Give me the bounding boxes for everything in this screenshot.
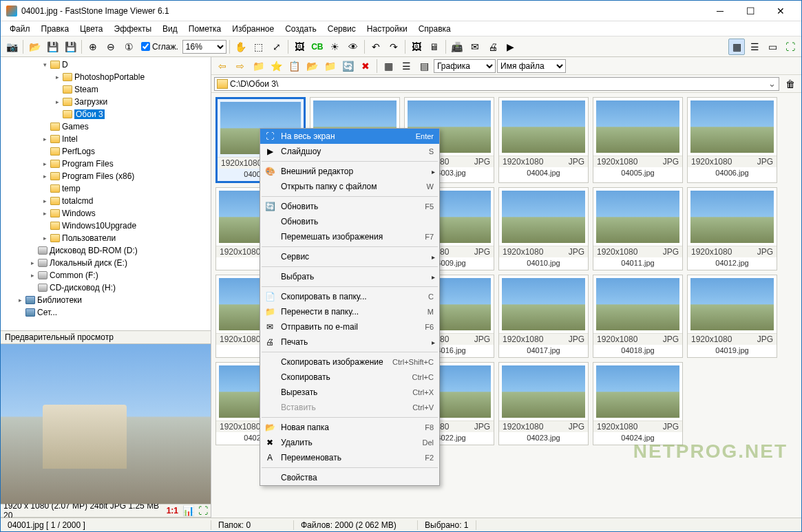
view-details-icon[interactable]: ☰ [746, 39, 763, 55]
tree-item[interactable]: Дисковод BD-ROM (D:) [2, 244, 209, 257]
email-icon[interactable]: ✉ [467, 39, 483, 55]
tree-item[interactable]: ▸Библиотеки [2, 294, 209, 306]
ctx-item[interactable]: Выбрать [260, 269, 439, 284]
ctx-item[interactable]: 📄Скопировать в папку...C [260, 289, 439, 304]
refresh-icon[interactable]: 🔄 [339, 58, 356, 74]
thumbnail[interactable]: 1920x1080JPG04018.jpg [593, 275, 683, 358]
ctx-item[interactable]: Открыть папку с файломW [260, 179, 439, 194]
ctx-item[interactable]: AПереименоватьF2 [260, 450, 439, 465]
ctx-item[interactable]: ▶СлайдшоуS [260, 144, 439, 159]
ctx-item[interactable]: 🔄ОбновитьF5 [260, 199, 439, 214]
tree-item[interactable]: ▸Пользователи [2, 232, 209, 244]
zoom-select[interactable]: 16% [182, 40, 226, 54]
view-thumbnails-icon[interactable]: ▦ [728, 39, 745, 55]
ctx-item[interactable]: Перемешать изображенияF7 [260, 229, 439, 244]
tree-item[interactable]: ▸Windows [2, 207, 209, 220]
ctx-item[interactable]: ✖УдалитьDel [260, 435, 439, 450]
histogram-icon[interactable]: 📊 [182, 506, 194, 515]
hand-icon[interactable]: ✋ [233, 39, 249, 55]
nav-forward-icon[interactable]: ⇨ [232, 58, 249, 74]
tree-item[interactable]: ▸Program Files (x86) [2, 170, 209, 182]
tree-item[interactable]: Обои 3 [2, 108, 209, 120]
compare-icon[interactable]: 🖼 [408, 39, 425, 55]
thumbnail[interactable]: 1920x1080JPG04019.jpg [687, 275, 777, 358]
view-mode1-icon[interactable]: ▦ [380, 58, 397, 74]
preview-pane[interactable] [1, 344, 211, 504]
zoom-out-icon[interactable]: ⊖ [103, 39, 119, 55]
tree-item[interactable]: Games [2, 120, 209, 133]
clone-icon[interactable]: 🖼 [291, 39, 308, 55]
menu-Сервис[interactable]: Сервис [323, 23, 361, 35]
tree-item[interactable]: ▸totalcmd [2, 195, 209, 207]
trash-icon[interactable]: 🗑 [782, 76, 799, 92]
folder-tree[interactable]: ▾D▸PhotoshopPortableSteam▸ЗагрузкиОбои 3… [1, 57, 211, 330]
resize-icon[interactable]: ⤢ [268, 39, 285, 55]
tree-item[interactable]: Сет... [2, 306, 209, 319]
thumbnail[interactable]: 1920x1080JPG04023.jpg [498, 362, 589, 445]
tree-item[interactable]: ▸Program Files [2, 158, 209, 170]
menu-Пометка[interactable]: Пометка [184, 23, 226, 35]
tree-item[interactable]: CD-дисковод (H:) [2, 281, 209, 294]
ctx-item[interactable]: ⛶На весь экранEnter [260, 129, 439, 144]
smooth-checkbox[interactable]: Сглаж. [138, 42, 181, 52]
slideshow-icon[interactable]: ▶ [503, 39, 519, 55]
tree-item[interactable]: ▸Загрузки [2, 96, 209, 108]
tree-item[interactable]: ▸Локальный диск (E:) [2, 257, 209, 269]
menu-Настройки[interactable]: Настройки [362, 23, 412, 35]
thumbnail[interactable]: 1920x1080JPG04004.jpg [498, 97, 589, 183]
menu-Цвета[interactable]: Цвета [75, 23, 107, 35]
thumbnail[interactable]: 1920x1080JPG04006.jpg [687, 97, 777, 183]
new-folder-icon[interactable]: 📁 [321, 58, 338, 74]
ctx-item[interactable]: 📂Новая папкаF8 [260, 420, 439, 435]
tree-item[interactable]: PerfLogs [2, 145, 209, 158]
zoom-in-icon[interactable]: ⊕ [85, 39, 101, 55]
thumbnail[interactable]: 1920x1080JPG04017.jpg [498, 275, 589, 358]
nav-back-icon[interactable]: ⇦ [214, 58, 231, 74]
tree-item[interactable]: ▸Common (F:) [2, 269, 209, 281]
ctx-item[interactable]: ✉Отправить по e-mailF6 [260, 319, 439, 334]
tree-item[interactable]: ▾D [2, 58, 209, 71]
up-folder-icon[interactable]: 📁 [250, 58, 266, 74]
ctx-item[interactable]: 📁Перенести в папку...M [260, 304, 439, 319]
redeye-icon[interactable]: 👁 [345, 39, 361, 55]
fit-icon[interactable]: ⛶ [198, 506, 208, 515]
rotate-left-icon[interactable]: ↶ [368, 39, 384, 55]
adjust-icon[interactable]: ☀ [327, 39, 344, 55]
text-icon[interactable]: СВ [309, 39, 326, 55]
fav-icon[interactable]: ⭐ [268, 58, 284, 74]
view-single-icon[interactable]: ▭ [764, 39, 781, 55]
rotate-right-icon[interactable]: ↷ [386, 39, 402, 55]
fullscreen-icon[interactable]: ⛶ [782, 39, 799, 55]
ctx-item[interactable]: Сервис [260, 249, 439, 264]
menu-Файл[interactable]: Файл [5, 23, 35, 35]
ctx-item[interactable]: Обновить [260, 214, 439, 229]
maximize-button[interactable]: ☐ [735, 1, 766, 21]
ctx-item[interactable]: 🎨Внешний редактор [260, 164, 439, 179]
menu-Вид[interactable]: Вид [158, 23, 182, 35]
ctx-item[interactable]: Скопировать изображениеCtrl+Shift+C [260, 354, 439, 370]
zoom-actual-icon[interactable]: ① [120, 39, 137, 55]
copy-to-icon[interactable]: 📋 [286, 58, 302, 74]
wallpaper-icon[interactable]: 🖥 [426, 39, 443, 55]
menu-Правка[interactable]: Правка [36, 23, 74, 35]
save-icon[interactable]: 💾 [44, 39, 61, 55]
menu-Создать[interactable]: Создать [280, 23, 321, 35]
filter-select[interactable]: Графика [434, 59, 496, 73]
menu-Избранное[interactable]: Избранное [227, 23, 279, 35]
ctx-item[interactable]: 🖨Печать [260, 334, 439, 350]
delete-icon[interactable]: ✖ [357, 58, 374, 74]
tree-item[interactable]: temp [2, 182, 209, 195]
thumbnail[interactable]: 1920x1080JPG04010.jpg [498, 187, 589, 270]
acquire-icon[interactable]: 📷 [3, 39, 20, 55]
menu-Эффекты[interactable]: Эффекты [109, 23, 157, 35]
thumbnail[interactable]: 1920x1080JPG04012.jpg [687, 187, 777, 270]
saveas-icon[interactable]: 💾 [62, 39, 78, 55]
crop-icon[interactable]: ⬚ [251, 39, 267, 55]
move-to-icon[interactable]: 📂 [304, 58, 320, 74]
close-button[interactable]: ✕ [766, 1, 796, 21]
thumbnail[interactable]: 1920x1080JPG04024.jpg [593, 362, 683, 445]
path-input[interactable]: C:\D\Обои 3\ [214, 77, 779, 91]
tree-item[interactable]: Windows10Upgrade [2, 220, 209, 232]
view-mode3-icon[interactable]: ▤ [416, 58, 432, 74]
scan-icon[interactable]: 📠 [449, 39, 465, 55]
